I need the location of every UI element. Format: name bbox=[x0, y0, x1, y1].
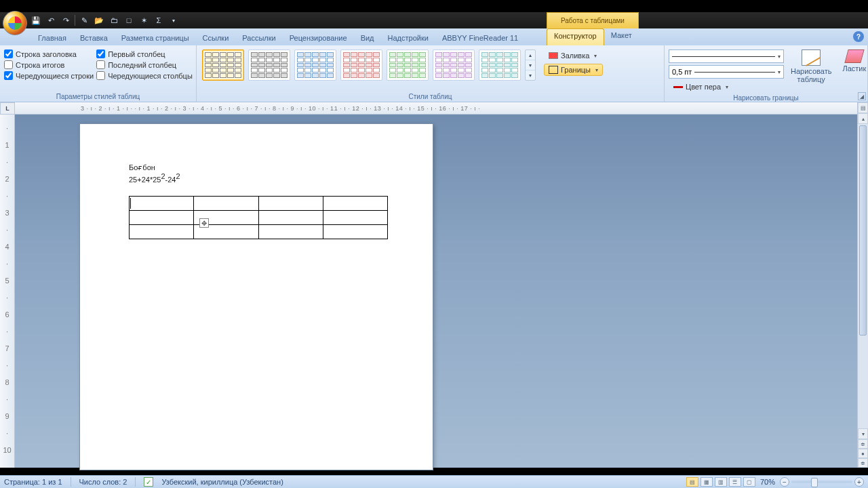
zoom-slider[interactable] bbox=[791, 481, 852, 483]
qat-icon[interactable]: ✶ bbox=[138, 14, 150, 26]
borders-button[interactable]: Границы bbox=[544, 64, 603, 76]
tab-review[interactable]: Рецензирование bbox=[283, 31, 354, 45]
tab-selector[interactable]: L bbox=[0, 102, 15, 115]
draft-view-icon[interactable]: ▢ bbox=[743, 477, 755, 487]
outline-view-icon[interactable]: ☰ bbox=[729, 477, 741, 487]
workspace: L 3 · ı · 2 · ı · 1 · ı · · ı · 1 · ı · … bbox=[0, 102, 868, 468]
ruler-marks: 3 · ı · 2 · ı · 1 · ı · · ı · 1 · ı · 2 … bbox=[81, 102, 480, 114]
scroll-up-icon[interactable]: ▴ bbox=[858, 113, 868, 124]
draw-table-button[interactable]: Нарисовать таблицу bbox=[787, 48, 835, 85]
tab-table-layout[interactable]: Макет bbox=[604, 28, 639, 45]
undo-icon[interactable]: ↶ bbox=[45, 14, 57, 26]
formula-line[interactable]: 25+24*252-242 bbox=[129, 172, 388, 184]
fullscreen-view-icon[interactable]: ▦ bbox=[701, 477, 713, 487]
ruler-toggle-icon[interactable]: ▤ bbox=[858, 102, 868, 113]
gallery-scroll[interactable]: ▴▾▾ bbox=[525, 49, 536, 81]
text-line[interactable]: Боғбон bbox=[129, 163, 388, 172]
help-icon[interactable]: ? bbox=[853, 31, 864, 42]
tab-abbyy[interactable]: ABBYY FineReader 11 bbox=[435, 31, 525, 45]
tab-addins[interactable]: Надстройки bbox=[381, 31, 435, 45]
group-draw-borders: ▾ 0,5 пт▾ Цвет пера Нарисовать таблицу Л… bbox=[665, 45, 868, 102]
tab-view[interactable]: Вид bbox=[354, 31, 381, 45]
group-title: Стили таблиц bbox=[201, 92, 660, 100]
text-cursor bbox=[130, 198, 131, 209]
gallery-more-icon[interactable]: ▾ bbox=[526, 70, 535, 80]
ribbon: Строка заголовка Строка итогов Чередующи… bbox=[0, 45, 868, 102]
table-style-2[interactable] bbox=[248, 49, 290, 81]
prev-page-icon[interactable]: ≑ bbox=[858, 439, 868, 449]
ribbon-tabs: Главная Вставка Разметка страницы Ссылки… bbox=[0, 28, 868, 45]
shading-button[interactable]: Заливка bbox=[544, 49, 603, 62]
redo-icon[interactable]: ↷ bbox=[60, 14, 72, 26]
status-page[interactable]: Страница: 1 из 1 bbox=[4, 478, 62, 486]
folder-icon[interactable]: 🗀 bbox=[108, 14, 120, 26]
bucket-icon bbox=[549, 52, 558, 59]
vertical-ruler[interactable]: ·1·2·3·4·5·6·7·8·9·10 bbox=[0, 115, 15, 468]
web-view-icon[interactable]: ▥ bbox=[715, 477, 727, 487]
scroll-down-icon[interactable]: ▾ bbox=[526, 60, 535, 70]
chk-total-row[interactable]: Строка итогов bbox=[4, 60, 94, 69]
pen-color-button[interactable]: Цвет пера bbox=[669, 81, 784, 93]
eraser-icon bbox=[844, 49, 864, 63]
scroll-down-icon[interactable]: ▾ bbox=[858, 428, 868, 439]
zoom-level[interactable]: 70% bbox=[760, 478, 775, 486]
table-style-6[interactable] bbox=[433, 49, 475, 81]
scroll-up-icon[interactable]: ▴ bbox=[526, 50, 535, 60]
zoom-out-icon[interactable]: − bbox=[780, 477, 789, 487]
table-tools-context: Работа с таблицами Конструктор Макет bbox=[547, 12, 639, 45]
chk-last-col[interactable]: Последний столбец bbox=[96, 60, 193, 69]
sigma-icon[interactable]: Σ bbox=[153, 14, 165, 26]
office-button[interactable] bbox=[3, 11, 27, 35]
eraser-button[interactable]: Ластик bbox=[838, 48, 868, 74]
table-move-handle[interactable]: ✥ bbox=[199, 218, 209, 228]
zoom-in-icon[interactable]: + bbox=[854, 477, 864, 487]
table-row[interactable] bbox=[130, 210, 388, 224]
context-header: Работа с таблицами bbox=[547, 12, 639, 28]
tab-references[interactable]: Ссылки bbox=[196, 31, 236, 45]
tab-mailings[interactable]: Рассылки bbox=[235, 31, 282, 45]
dialog-launcher-icon[interactable]: ◢ bbox=[858, 92, 866, 100]
next-page-icon[interactable]: ≑ bbox=[858, 458, 868, 468]
print-layout-view-icon[interactable]: ▤ bbox=[686, 477, 698, 487]
open-icon[interactable]: 📂 bbox=[93, 14, 105, 26]
new-icon[interactable]: □ bbox=[123, 14, 135, 26]
chk-banded-rows[interactable]: Чередующиеся строки bbox=[4, 71, 94, 80]
pen-style-combo[interactable]: ▾ bbox=[669, 49, 784, 63]
table-row[interactable] bbox=[130, 224, 388, 239]
spellcheck-icon[interactable]: ✓ bbox=[144, 477, 153, 487]
pen-weight-combo[interactable]: 0,5 пт▾ bbox=[669, 65, 784, 79]
scroll-thumb[interactable] bbox=[859, 125, 867, 336]
table-style-4[interactable] bbox=[340, 49, 382, 81]
status-words[interactable]: Число слов: 2 bbox=[79, 478, 127, 486]
styles-gallery: ▴▾▾ bbox=[201, 48, 537, 82]
document-table[interactable] bbox=[129, 196, 388, 239]
separator bbox=[135, 477, 136, 487]
group-title: Параметры стилей таблиц bbox=[4, 92, 192, 100]
table-style-7[interactable] bbox=[479, 49, 521, 81]
tab-home[interactable]: Главная bbox=[31, 31, 73, 45]
vertical-scrollbar[interactable]: ▤ ▴ ▾ ≑ ● ≑ bbox=[857, 102, 868, 468]
chk-first-col[interactable]: Первый столбец bbox=[96, 49, 193, 58]
browse-object-icon[interactable]: ● bbox=[858, 449, 868, 458]
table-style-3[interactable] bbox=[294, 49, 336, 81]
document-page[interactable]: Боғбон 25+24*252-242 ✥ bbox=[80, 124, 433, 470]
horizontal-ruler[interactable]: 3 · ı · 2 · ı · 1 · ı · · ı · 1 · ı · 2 … bbox=[15, 102, 857, 115]
tab-insert[interactable]: Вставка bbox=[73, 31, 115, 45]
group-title: Нарисовать границы bbox=[669, 93, 863, 102]
status-bar: Страница: 1 из 1 Число слов: 2 ✓ Узбекск… bbox=[0, 475, 868, 488]
table-style-5[interactable] bbox=[387, 49, 429, 81]
status-language[interactable]: Узбекский, кириллица (Узбекистан) bbox=[161, 478, 283, 486]
scroll-track[interactable] bbox=[858, 124, 868, 428]
page-body[interactable]: Боғбон 25+24*252-242 bbox=[80, 124, 433, 239]
table-style-1[interactable] bbox=[202, 49, 244, 81]
chk-header-row[interactable]: Строка заголовка bbox=[4, 49, 94, 58]
tab-design[interactable]: Конструктор bbox=[547, 28, 604, 45]
chk-banded-cols[interactable]: Чередующиеся столбцы bbox=[96, 71, 193, 80]
group-table-styles: ▴▾▾ Заливка Границы Стили таблиц bbox=[197, 45, 665, 102]
save-icon[interactable]: 💾 bbox=[30, 14, 42, 26]
qat-more-icon[interactable]: ▾ bbox=[167, 14, 180, 26]
table-row[interactable] bbox=[130, 196, 388, 210]
tab-layout[interactable]: Разметка страницы bbox=[115, 31, 196, 45]
qat-icon[interactable]: ✎ bbox=[78, 14, 90, 26]
draw-table-icon bbox=[802, 49, 821, 66]
